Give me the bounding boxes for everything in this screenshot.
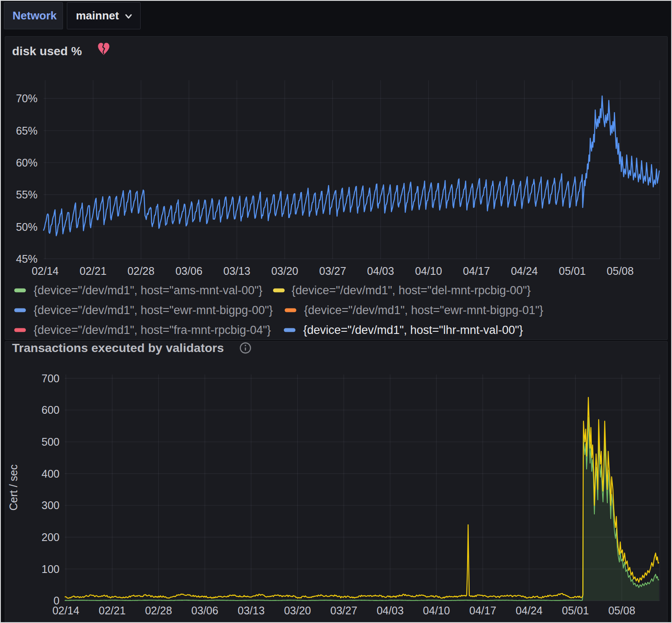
- svg-text:03/13: 03/13: [238, 604, 265, 617]
- svg-text:02/21: 02/21: [99, 604, 126, 617]
- svg-text:03/27: 03/27: [330, 604, 358, 617]
- svg-text:02/28: 02/28: [145, 604, 172, 617]
- svg-text:03/13: 03/13: [223, 265, 251, 277]
- svg-text:Cert / sec: Cert / sec: [7, 465, 19, 511]
- svg-text:60%: 60%: [16, 157, 38, 169]
- svg-text:300: 300: [41, 499, 60, 511]
- svg-text:04/17: 04/17: [469, 604, 496, 617]
- svg-text:04/10: 04/10: [423, 604, 450, 617]
- svg-text:03/06: 03/06: [192, 604, 219, 617]
- svg-text:100: 100: [41, 563, 60, 575]
- svg-text:02/28: 02/28: [128, 265, 155, 277]
- svg-text:03/20: 03/20: [284, 604, 311, 617]
- svg-text:04/03: 04/03: [367, 265, 394, 277]
- svg-text:04/17: 04/17: [463, 265, 490, 277]
- svg-text:05/08: 05/08: [608, 604, 635, 617]
- svg-text:03/27: 03/27: [319, 265, 346, 277]
- svg-text:04/10: 04/10: [415, 265, 442, 277]
- svg-text:65%: 65%: [16, 125, 38, 137]
- svg-text:04/03: 04/03: [377, 604, 404, 617]
- svg-text:03/20: 03/20: [271, 265, 298, 277]
- svg-text:05/01: 05/01: [562, 604, 589, 617]
- svg-text:05/01: 05/01: [559, 265, 586, 277]
- svg-text:02/14: 02/14: [52, 604, 79, 617]
- svg-text:400: 400: [41, 468, 60, 480]
- svg-text:700: 700: [41, 372, 60, 384]
- svg-text:55%: 55%: [16, 189, 38, 201]
- svg-text:04/24: 04/24: [515, 604, 543, 617]
- svg-text:200: 200: [41, 531, 60, 543]
- svg-text:600: 600: [41, 404, 60, 416]
- svg-text:500: 500: [41, 436, 60, 448]
- svg-text:70%: 70%: [16, 92, 38, 104]
- svg-text:03/06: 03/06: [176, 265, 203, 277]
- svg-text:02/14: 02/14: [31, 265, 59, 277]
- svg-text:50%: 50%: [16, 221, 38, 233]
- svg-text:45%: 45%: [16, 253, 38, 265]
- svg-text:04/24: 04/24: [511, 265, 538, 277]
- svg-text:02/21: 02/21: [80, 265, 107, 277]
- svg-text:05/08: 05/08: [607, 265, 634, 277]
